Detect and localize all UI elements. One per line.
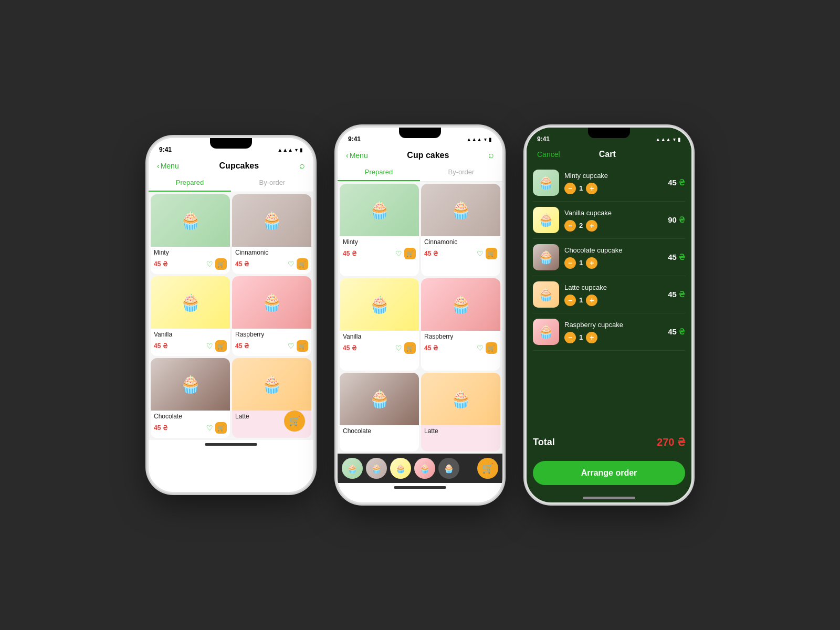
nav-title-2: Cup cakes [407,151,449,160]
battery-icon: ▮ [300,147,303,153]
heart-icon-chocolate-1[interactable]: ♡ [206,424,213,432]
cart-btn-vanilla-1[interactable]: 🛒 [215,340,227,352]
thumb-raspberry-2[interactable]: 🧁 [414,458,435,479]
nav-bar-1: ‹ Menu Cupcakes ⌕ [149,157,313,174]
qty-plus-raspberry[interactable]: + [586,332,597,343]
thumb-extra-2[interactable]: 🧁 [438,458,459,479]
heart-icon-minty-2[interactable]: ♡ [395,249,402,258]
battery-icon-2: ▮ [489,136,492,142]
cupcake-name-raspberry-1: Raspberry [232,329,311,339]
cupcake-footer-raspberry-2: 45 ₴ ♡ 🛒 [421,341,500,355]
cupcake-item-raspberry-2: 🧁 Raspberry 45 ₴ ♡ 🛒 [421,278,500,371]
cupcake-img-raspberry-2: 🧁 [421,278,500,331]
cart-price-latte: 45 ₴ [659,290,685,299]
phone-2-content: ‹ Menu Cup cakes ⌕ Prepared By-order 🧁 M… [338,146,502,502]
heart-icon-cinnamonic-2[interactable]: ♡ [477,249,484,258]
cart-qty-raspberry: − 1 + [564,332,654,343]
qty-minus-vanilla[interactable]: − [564,220,576,232]
qty-plus-latte[interactable]: + [586,295,597,306]
cart-item-raspberry: 🧁 Raspberry cupcake − 1 + 45 ₴ [533,313,685,351]
cupcake-price-minty-1: 45 ₴ [154,260,167,268]
cupcake-img-latte-2: 🧁 [421,373,500,425]
search-icon-2[interactable]: ⌕ [488,150,494,161]
cupcake-img-minty-2: 🧁 [340,184,419,236]
cupcake-img-chocolate-1: 🧁 [151,358,230,411]
cart-total-section: Total 270 ₴ [527,427,691,457]
heart-icon-vanilla-2[interactable]: ♡ [395,344,402,352]
cart-name-vanilla: Vanilla cupcake [564,209,654,217]
nav-back-1[interactable]: ‹ Menu [157,162,179,170]
cupcake-img-cinnamonic-1: 🧁 [232,194,311,247]
cart-item-vanilla: 🧁 Vanilla cupcake − 2 + 90 ₴ [533,202,685,239]
cart-btn-cinnamonic-1[interactable]: 🛒 [297,258,308,270]
cupcake-name-chocolate-2: Chocolate [340,425,419,436]
cart-fab-2[interactable]: 🛒 [477,458,498,479]
tab-prepared-1[interactable]: Prepared [149,174,231,192]
cart-btn-latte-large-1[interactable]: 🛒 [284,411,305,432]
cupcake-actions-cinnamonic-2: ♡ 🛒 [477,248,497,259]
cart-price-vanilla: 90 ₴ [659,215,685,225]
notch-2 [399,128,441,138]
cart-qty-vanilla: − 2 + [564,220,654,232]
cart-items-list: 🧁 Minty cupcake − 1 + 45 ₴ 🧁 [527,164,691,427]
cupcake-img-minty-1: 🧁 [151,194,230,247]
cupcake-price-raspberry-2: 45 ₴ [424,344,438,352]
tab-byorder-1[interactable]: By-order [231,174,313,192]
cart-btn-chocolate-1[interactable]: 🛒 [215,422,227,434]
home-indicator-1 [205,443,257,446]
cancel-button[interactable]: Cancel [537,150,560,159]
cart-price-chocolate: 45 ₴ [659,253,685,262]
heart-icon-raspberry-1[interactable]: ♡ [288,342,295,350]
qty-plus-chocolate[interactable]: + [586,257,597,269]
qty-minus-minty[interactable]: − [564,183,576,194]
cupcake-name-minty-1: Minty [151,247,230,257]
cupcake-name-raspberry-2: Raspberry [421,331,500,341]
heart-icon-raspberry-2[interactable]: ♡ [477,344,484,352]
thumb-cinnamonic-2[interactable]: 🧁 [366,458,387,479]
qty-plus-minty[interactable]: + [586,183,597,194]
cart-btn-minty-1[interactable]: 🛒 [215,258,227,270]
qty-plus-vanilla[interactable]: + [586,220,597,232]
tab-byorder-2[interactable]: By-order [420,164,502,181]
cupcake-item-chocolate-1: 🧁 Chocolate 45 ₴ ♡ 🛒 [151,358,230,438]
cupcake-item-chocolate-2: 🧁 Chocolate [340,373,419,452]
heart-icon-cinnamonic-1[interactable]: ♡ [288,260,295,268]
qty-num-vanilla: 2 [579,222,583,229]
cart-btn-minty-2[interactable]: 🛒 [404,248,416,259]
cupcake-price-raspberry-1: 45 ₴ [235,342,249,350]
cupcake-grid-2: 🧁 Minty 45 ₴ ♡ 🛒 🧁 Cinnamonic 45 ₴ [338,182,502,454]
thumb-vanilla-2[interactable]: 🧁 [390,458,411,479]
cart-info-vanilla: Vanilla cupcake − 2 + [564,209,654,232]
cart-btn-raspberry-1[interactable]: 🛒 [297,340,308,352]
cupcake-price-cinnamonic-1: 45 ₴ [235,260,249,268]
cupcake-name-minty-2: Minty [340,236,419,247]
cart-name-raspberry: Raspberry cupcake [564,321,654,329]
cupcake-footer-raspberry-1: 45 ₴ ♡ 🛒 [232,339,311,353]
home-indicator-2 [394,486,446,489]
status-icons-2: ▲▲▲ ▾ ▮ [466,136,492,142]
cart-btn-raspberry-2[interactable]: 🛒 [486,342,497,354]
tab-prepared-2[interactable]: Prepared [338,164,420,181]
qty-minus-chocolate[interactable]: − [564,257,576,269]
nav-back-label-2: Menu [350,151,368,160]
qty-minus-raspberry[interactable]: − [564,332,576,343]
qty-minus-latte[interactable]: − [564,295,576,306]
thumb-minty-2[interactable]: 🧁 [342,458,363,479]
cart-qty-minty: − 1 + [564,183,654,194]
heart-icon-vanilla-1[interactable]: ♡ [206,342,213,350]
cupcake-item-cinnamonic-1: 🧁 Cinnamonic 45 ₴ ♡ 🛒 [232,194,311,274]
wifi-icon-3: ▾ [673,136,676,142]
arrange-order-button[interactable]: Arrange order [533,461,685,485]
heart-icon-minty-1[interactable]: ♡ [206,260,213,268]
cupcake-img-chocolate-2: 🧁 [340,373,419,425]
cupcake-price-chocolate-1: 45 ₴ [154,424,167,432]
status-bar-2: 9:41 ▲▲▲ ▾ ▮ [338,128,502,146]
search-icon-1[interactable]: ⌕ [299,160,305,171]
cart-btn-vanilla-2[interactable]: 🛒 [404,342,416,354]
qty-num-raspberry: 1 [579,333,583,341]
cart-btn-cinnamonic-2[interactable]: 🛒 [486,248,497,259]
nav-back-2[interactable]: ‹ Menu [346,151,368,160]
cupcake-img-latte-1: 🧁 [232,358,311,411]
cart-qty-latte: − 1 + [564,295,654,306]
cart-img-chocolate: 🧁 [533,244,559,270]
